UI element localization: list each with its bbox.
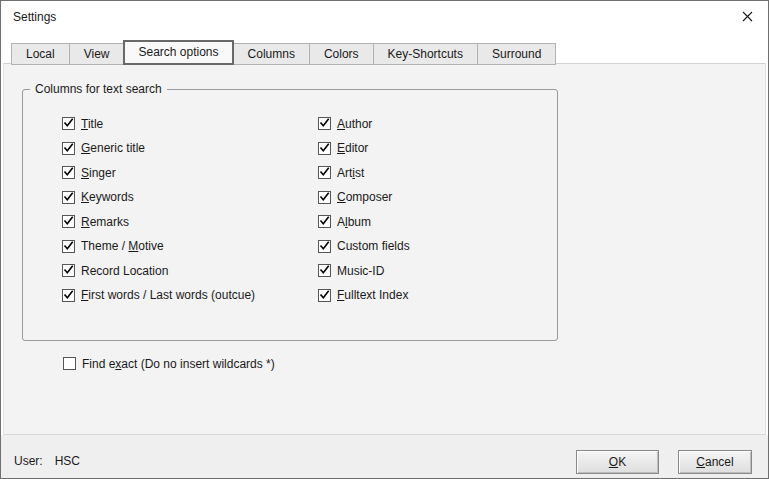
checkbox-row-generic-title[interactable]: Generic title: [62, 142, 255, 155]
checkbox-row-record-location[interactable]: Record Location: [62, 264, 255, 277]
checked-checkbox-icon[interactable]: [62, 289, 75, 302]
button-bar: OKCancel: [576, 450, 752, 474]
checkbox-label: Artist: [337, 166, 364, 180]
cancel-button[interactable]: Cancel: [678, 450, 752, 474]
checkbox-row-keywords[interactable]: Keywords: [62, 191, 255, 204]
tab-columns[interactable]: Columns: [233, 43, 310, 65]
checkbox-label: Generic title: [81, 141, 145, 155]
close-icon: [742, 10, 753, 25]
checked-checkbox-icon[interactable]: [318, 166, 331, 179]
checked-checkbox-icon[interactable]: [318, 191, 331, 204]
checkbox-label: Record Location: [81, 264, 168, 278]
checkbox-label: Singer: [81, 166, 116, 180]
tab-colors[interactable]: Colors: [309, 43, 374, 65]
checked-checkbox-icon[interactable]: [62, 142, 75, 155]
checkbox-label: Remarks: [81, 215, 129, 229]
checked-checkbox-icon[interactable]: [318, 117, 331, 130]
checkbox-label: Keywords: [81, 190, 134, 204]
checkbox-label: Composer: [337, 190, 392, 204]
user-value: HSC: [55, 454, 80, 468]
checkbox-row-composer[interactable]: Composer: [318, 191, 410, 204]
checkbox-label: Custom fields: [337, 239, 410, 253]
checkbox-label: Title: [81, 117, 103, 131]
checkbox-label: Fulltext Index: [337, 288, 408, 302]
checkbox-row-album[interactable]: Album: [318, 215, 410, 228]
tab-view[interactable]: View: [69, 43, 125, 65]
checkbox-label: Editor: [337, 141, 368, 155]
find-exact-container: Find exact (Do no insert wildcards *): [63, 357, 275, 382]
button-label: Cancel: [696, 455, 733, 469]
checked-checkbox-icon[interactable]: [62, 215, 75, 228]
checked-checkbox-icon[interactable]: [62, 166, 75, 179]
checkbox-row-remarks[interactable]: Remarks: [62, 215, 255, 228]
checked-checkbox-icon[interactable]: [318, 264, 331, 277]
checkbox-label: First words / Last words (outcue): [81, 288, 255, 302]
title-bar: Settings: [1, 1, 768, 33]
checkbox-row-editor[interactable]: Editor: [318, 142, 410, 155]
group-column-1: TitleGeneric titleSingerKeywordsRemarksT…: [62, 117, 255, 313]
checked-checkbox-icon[interactable]: [62, 117, 75, 130]
checkbox-label: Author: [337, 117, 372, 131]
checked-checkbox-icon[interactable]: [62, 191, 75, 204]
window-title: Settings: [13, 10, 56, 24]
checkbox-label: Theme / Motive: [81, 239, 164, 253]
checked-checkbox-icon[interactable]: [62, 264, 75, 277]
groupbox-title: Columns for text search: [30, 82, 167, 97]
checked-checkbox-icon[interactable]: [318, 215, 331, 228]
tab-surround[interactable]: Surround: [477, 43, 556, 65]
columns-for-text-search-group: Columns for text search TitleGeneric tit…: [22, 89, 558, 341]
checkbox-row-find-exact-do-no-insert-wildcards[interactable]: Find exact (Do no insert wildcards *): [63, 357, 275, 370]
checkbox-row-music-id[interactable]: Music-ID: [318, 264, 410, 277]
tab-search-options[interactable]: Search options: [123, 40, 233, 65]
checked-checkbox-icon[interactable]: [62, 240, 75, 253]
user-label: User:: [14, 454, 43, 468]
checkbox-row-title[interactable]: Title: [62, 117, 255, 130]
checkbox-row-author[interactable]: Author: [318, 117, 410, 130]
unchecked-checkbox-icon[interactable]: [63, 357, 76, 370]
checked-checkbox-icon[interactable]: [318, 240, 331, 253]
user-row: User: HSC: [14, 449, 80, 473]
tab-strip: LocalViewSearch optionsColumnsColorsKey-…: [11, 40, 555, 65]
checkbox-row-custom-fields[interactable]: Custom fields: [318, 240, 410, 253]
button-label: OK: [609, 455, 626, 469]
checkbox-row-artist[interactable]: Artist: [318, 166, 410, 179]
checkbox-row-first-words-last-words-outcue[interactable]: First words / Last words (outcue): [62, 289, 255, 302]
ok-button[interactable]: OK: [576, 450, 659, 474]
tab-key-shortcuts[interactable]: Key-Shortcuts: [373, 43, 478, 65]
checkbox-label: Music-ID: [337, 264, 384, 278]
close-button[interactable]: [731, 4, 763, 30]
checkbox-row-theme-motive[interactable]: Theme / Motive: [62, 240, 255, 253]
checkbox-row-fulltext-index[interactable]: Fulltext Index: [318, 289, 410, 302]
checked-checkbox-icon[interactable]: [318, 289, 331, 302]
settings-dialog: Settings LocalViewSearch optionsColumnsC…: [0, 0, 769, 479]
checkbox-row-singer[interactable]: Singer: [62, 166, 255, 179]
checked-checkbox-icon[interactable]: [318, 142, 331, 155]
checkbox-label: Find exact (Do no insert wildcards *): [82, 357, 275, 371]
tab-local[interactable]: Local: [11, 43, 70, 65]
group-column-2: AuthorEditorArtistComposerAlbumCustom fi…: [318, 117, 410, 313]
checkbox-label: Album: [337, 215, 371, 229]
